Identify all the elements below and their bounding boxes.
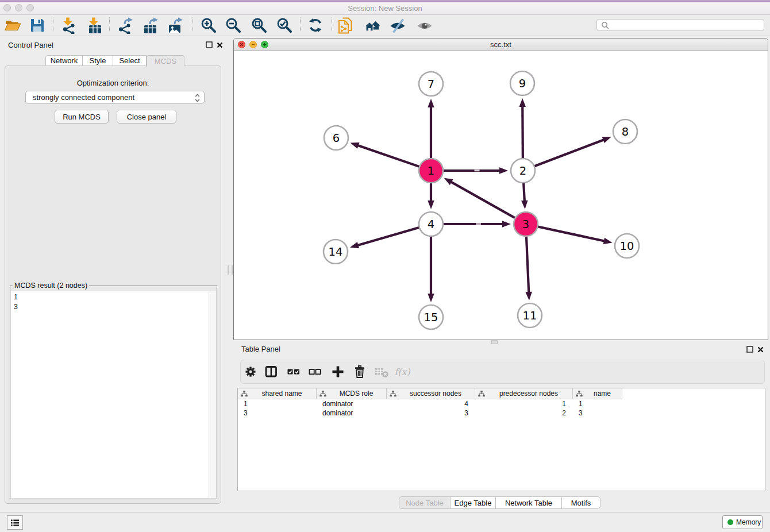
graph-edge-4-14[interactable] <box>357 227 421 245</box>
graph-node-14[interactable]: 14 <box>324 240 348 264</box>
graph-edge-3-1[interactable] <box>451 182 517 219</box>
table-tabs: Node TableEdge TableNetwork TableMotifs <box>399 496 600 509</box>
table-panel-close-button[interactable] <box>756 345 764 353</box>
columns-button[interactable] <box>263 364 280 379</box>
deselect-all-button[interactable] <box>306 364 324 379</box>
zoom-fit-button[interactable] <box>248 16 270 34</box>
table-cell[interactable]: 1 <box>238 399 317 408</box>
column-header-name[interactable]: name <box>573 388 622 399</box>
optimization-criterion-label: Optimization criterion: <box>5 79 221 87</box>
toolbar-separator <box>109 17 110 32</box>
export-image-button[interactable] <box>164 16 186 34</box>
close-panel-button[interactable]: Close panel <box>117 110 176 124</box>
table-cell[interactable]: 1 <box>475 399 573 408</box>
graph-edge-3-11[interactable] <box>526 234 529 293</box>
gear-button[interactable] <box>242 364 259 379</box>
table-panel-float-button[interactable] <box>746 345 754 353</box>
table-cell[interactable]: 3 <box>238 408 317 418</box>
table-cell[interactable]: dominator <box>317 408 387 418</box>
graph-edge-1-6[interactable] <box>357 145 421 167</box>
network-window-titlebar[interactable]: scc.txt <box>234 38 768 51</box>
control-panel-title: Control Panel <box>8 41 53 49</box>
first-neighbors-icon <box>364 17 381 34</box>
table-cell[interactable]: 3 <box>573 408 622 418</box>
mcds-result-textarea[interactable]: 13 <box>11 291 216 498</box>
network-canvas[interactable]: 7968124314101511 <box>234 51 768 340</box>
graph-node-4[interactable]: 4 <box>419 212 443 236</box>
open-folder-button[interactable] <box>2 16 24 34</box>
table-tab-motifs[interactable]: Motifs <box>561 496 600 509</box>
graph-edge-arrow-2-9 <box>519 98 526 107</box>
control-panel-tab-style[interactable]: Style <box>83 55 113 66</box>
import-table-button[interactable] <box>84 16 106 34</box>
hide-selected-button[interactable] <box>387 16 409 34</box>
network-window: scc.txt 7968124314101511 <box>233 38 768 340</box>
control-panel-tab-network[interactable]: Network <box>45 55 83 66</box>
mcds-result-title: MCDS result (2 nodes) <box>13 282 89 290</box>
sort-icon <box>478 391 485 397</box>
graph-edge-2-8[interactable] <box>533 140 605 167</box>
graph-node-9[interactable]: 9 <box>510 71 534 95</box>
graph-node-11[interactable]: 11 <box>518 303 542 327</box>
graph-node-6[interactable]: 6 <box>324 126 348 150</box>
graph-node-3[interactable]: 3 <box>514 212 538 236</box>
sort-icon <box>241 391 248 397</box>
run-mcds-button[interactable]: Run MCDS <box>55 110 109 124</box>
vertical-splitter-grip[interactable] <box>228 265 233 275</box>
result-scrollbar[interactable] <box>209 291 216 498</box>
search-input[interactable] <box>611 21 764 30</box>
graph-node-2[interactable]: 2 <box>511 159 535 183</box>
graph-node-7[interactable]: 7 <box>419 72 443 96</box>
table-tab-node-table[interactable]: Node Table <box>399 496 451 509</box>
columns-icon <box>264 364 279 379</box>
graph-node-8[interactable]: 8 <box>613 119 637 144</box>
import-network-button[interactable] <box>58 16 80 34</box>
show-all-button[interactable] <box>414 16 436 34</box>
svg-text:8: 8 <box>622 125 629 138</box>
column-header-successor-nodes[interactable]: successor nodes <box>387 388 475 399</box>
graph-edge-arrow-1-7 <box>428 99 434 107</box>
control-panel-tab-mcds[interactable]: MCDS <box>147 55 184 67</box>
graph-edge-arrow-1-2 <box>499 167 508 174</box>
table-cell[interactable]: 1 <box>573 399 622 408</box>
criterion-select[interactable]: strongly connected component <box>25 91 205 104</box>
table-tab-network-table[interactable]: Network Table <box>495 496 562 509</box>
add-button[interactable] <box>329 364 346 379</box>
table-cell[interactable]: dominator <box>317 399 387 408</box>
save-button[interactable] <box>26 16 48 34</box>
export-network-button[interactable] <box>114 16 136 34</box>
zoom-out-button[interactable] <box>222 16 244 34</box>
delete-icon <box>352 364 367 379</box>
criterion-value: strongly connected component <box>33 93 134 102</box>
zoom-selected-button[interactable] <box>274 16 295 34</box>
memory-button[interactable]: Memory <box>722 515 763 529</box>
graph-edge-2-9[interactable] <box>522 106 523 160</box>
graph-node-1[interactable]: 1 <box>419 159 443 183</box>
graph-edge-2-3[interactable] <box>523 181 525 202</box>
table-cell[interactable]: 2 <box>475 408 573 418</box>
control-panel-close-button[interactable] <box>215 41 224 49</box>
column-header-MCDS-role[interactable]: MCDS role <box>317 388 387 399</box>
table-tab-edge-table[interactable]: Edge Table <box>450 496 496 509</box>
task-history-button[interactable] <box>7 515 23 530</box>
export-table-button[interactable] <box>140 16 161 34</box>
table-cell[interactable]: 3 <box>387 408 475 418</box>
table-cell[interactable]: 4 <box>387 399 475 408</box>
search-field[interactable] <box>596 19 764 31</box>
select-all-button[interactable] <box>285 364 302 379</box>
column-header-shared-name[interactable]: shared name <box>238 388 317 399</box>
float-icon <box>746 346 753 353</box>
zoom-in-button[interactable] <box>198 16 220 34</box>
open-folder-icon <box>4 17 21 34</box>
network-from-selection-button[interactable] <box>334 16 356 34</box>
control-panel-tab-select[interactable]: Select <box>113 55 147 66</box>
horizontal-splitter-grip[interactable] <box>491 340 498 344</box>
delete-button[interactable] <box>351 364 368 379</box>
graph-node-10[interactable]: 10 <box>615 234 639 258</box>
column-header-predecessor-nodes[interactable]: predecessor nodes <box>475 388 573 399</box>
first-neighbors-button[interactable] <box>361 16 383 34</box>
graph-edge-3-10[interactable] <box>536 226 605 241</box>
refresh-button[interactable] <box>305 16 326 34</box>
control-panel-float-button[interactable] <box>205 41 213 49</box>
graph-node-15[interactable]: 15 <box>419 305 443 329</box>
